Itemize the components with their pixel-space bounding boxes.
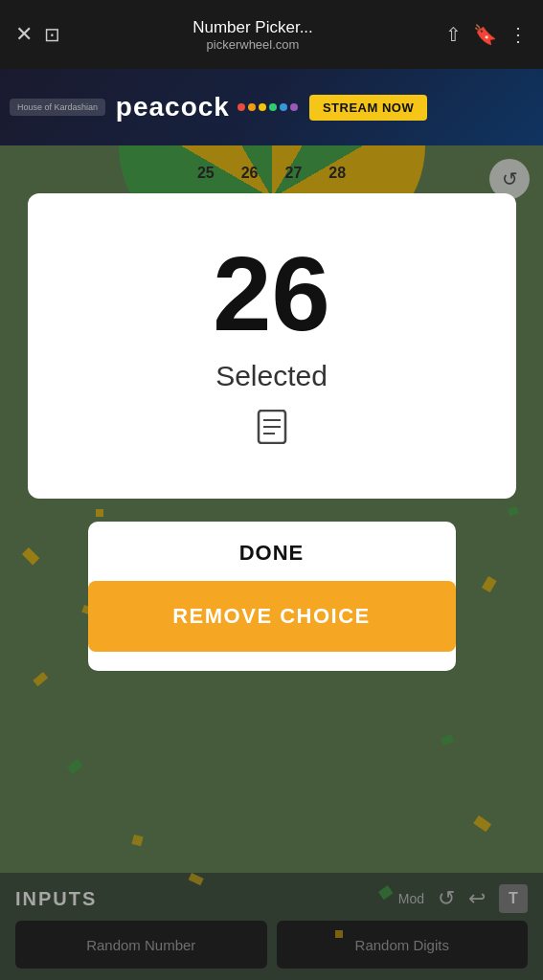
browser-close-icon[interactable]: ✕ xyxy=(15,22,33,47)
ad-peacock-dots xyxy=(238,103,298,111)
more-menu-icon[interactable]: ⋮ xyxy=(509,23,528,46)
done-button[interactable]: DONE xyxy=(239,541,305,566)
done-panel: DONE REMOVE CHOICE xyxy=(88,522,456,671)
dot-purple xyxy=(290,103,298,111)
result-list-icon[interactable] xyxy=(257,410,287,451)
result-modal: 26 Selected xyxy=(28,193,516,499)
dot-green xyxy=(269,103,277,111)
browser-tabs-icon[interactable]: ⊡ xyxy=(44,23,60,46)
ad-banner: House of Kardashian peacock STREAM NOW xyxy=(0,69,543,145)
result-number: 26 xyxy=(213,241,329,346)
page-title: Number Picker... xyxy=(192,18,313,37)
dot-red xyxy=(238,103,245,111)
ad-small-logo: House of Kardashian xyxy=(10,99,105,116)
remove-choice-button[interactable]: REMOVE CHOICE xyxy=(88,581,456,652)
result-label: Selected xyxy=(215,360,328,392)
browser-title-area: Number Picker... pickerwheel.com xyxy=(72,18,434,52)
dot-blue xyxy=(280,103,287,111)
dot-yellow xyxy=(259,103,266,111)
page-url: pickerwheel.com xyxy=(207,37,300,52)
app-area: 25 26 27 28 ↺ xyxy=(0,145,543,980)
share-icon[interactable]: ⇧ xyxy=(445,23,462,46)
stream-now-button[interactable]: STREAM NOW xyxy=(309,95,427,121)
browser-chrome: ✕ ⊡ Number Picker... pickerwheel.com ⇧ 🔖… xyxy=(0,0,543,69)
dot-orange xyxy=(248,103,256,111)
modal-overlay: 26 Selected DONE REMOVE CHOICE xyxy=(0,145,543,980)
bookmark-icon[interactable]: 🔖 xyxy=(473,23,497,46)
ad-brand-name: peacock xyxy=(116,92,230,122)
ad-logo-area: peacock xyxy=(116,92,298,122)
